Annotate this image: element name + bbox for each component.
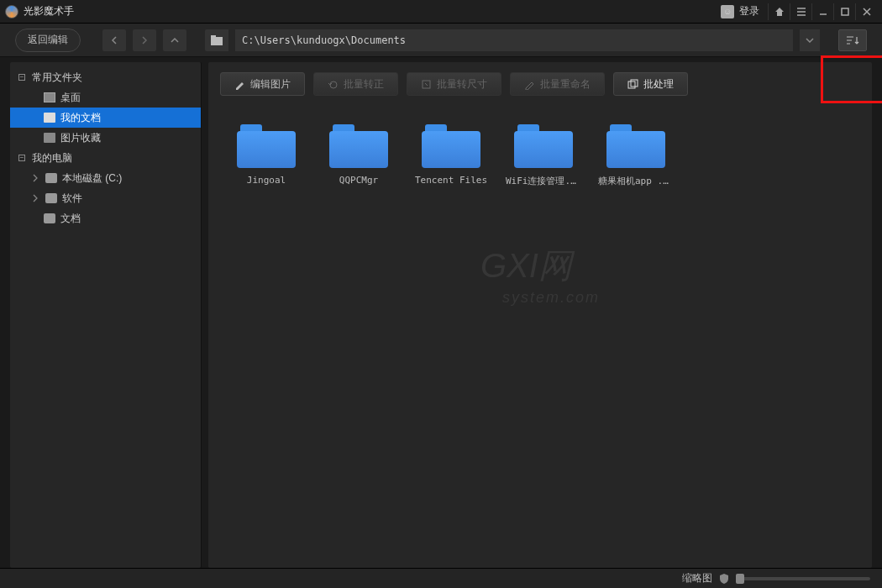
folder-item[interactable]: 糖果相机app ...: [598, 124, 674, 187]
chevron-right-icon: [141, 36, 148, 45]
thumbnail-label: 缩略图: [682, 571, 712, 585]
folder-grid: Jingoal QQPCMgr Tencent Files WiFi连接管理..…: [208, 106, 872, 206]
disk-icon: [44, 213, 55, 223]
sidebar-item-desktop[interactable]: 桌面: [10, 87, 201, 108]
btn-label: 编辑图片: [250, 77, 291, 92]
nav-up-button[interactable]: [163, 29, 186, 51]
app-title: 光影魔术手: [24, 4, 721, 18]
svg-rect-5: [631, 80, 638, 87]
shield-icon: [719, 573, 729, 585]
folder-label: WiFi连接管理...: [506, 175, 581, 187]
path-input[interactable]: [235, 29, 793, 51]
nav-bar: 返回编辑: [0, 24, 882, 57]
sidebar-item-local-disk-c[interactable]: 本地磁盘 (C:): [10, 168, 201, 188]
sidebar-label: 我的电脑: [32, 151, 72, 165]
watermark: GXI网 system.com: [480, 243, 600, 307]
home-button[interactable]: [768, 3, 790, 20]
hamburger-icon: [796, 7, 806, 17]
rename-icon: [524, 79, 535, 90]
folder-icon: [422, 124, 480, 168]
rotate-icon: [328, 79, 339, 90]
folder-item[interactable]: Jingoal: [228, 124, 304, 187]
sidebar-item-software[interactable]: 软件: [10, 188, 201, 208]
batch-resize-button[interactable]: 批量转尺寸: [407, 72, 501, 96]
nav-forward-button[interactable]: [133, 29, 156, 51]
sidebar-item-my-documents[interactable]: 我的文档: [10, 108, 201, 128]
svg-rect-2: [211, 35, 216, 39]
disk-icon: [45, 193, 57, 203]
face-icon: ☺: [721, 5, 734, 18]
sidebar-item-picture-collection[interactable]: 图片收藏: [10, 128, 201, 148]
folder-label: Tencent Files: [415, 175, 487, 186]
folder-label: Jingoal: [247, 175, 286, 186]
slider-thumb[interactable]: [736, 574, 744, 584]
folder-icon: [211, 35, 223, 45]
folder-item[interactable]: QQPCMgr: [321, 124, 396, 187]
watermark-line2: system.com: [502, 289, 600, 307]
close-button[interactable]: [855, 3, 877, 20]
sort-icon: [846, 35, 859, 45]
batch-process-button[interactable]: 批处理: [613, 72, 688, 96]
sidebar-label: 文档: [60, 212, 81, 226]
sidebar-label: 本地磁盘 (C:): [62, 171, 122, 186]
batch-rename-button[interactable]: 批量重命名: [510, 72, 605, 96]
chevron-down-icon: [806, 38, 814, 43]
chevron-right-icon: [32, 194, 39, 202]
sidebar-item-documents-disk[interactable]: 文档: [10, 208, 201, 228]
back-to-edit-button[interactable]: 返回编辑: [15, 29, 81, 52]
folder-icon: [329, 124, 388, 168]
sidebar-label: 常用文件夹: [32, 71, 82, 85]
chevron-left-icon: [111, 36, 118, 45]
status-bar: 缩略图: [0, 568, 882, 588]
content-area: 编辑图片 批量转正 批量转尺寸 批量重命名 批处理 Jingoal: [208, 62, 872, 568]
collapse-icon[interactable]: −: [18, 155, 25, 161]
btn-label: 批量转正: [344, 77, 384, 92]
pencil-icon: [234, 79, 245, 90]
btn-label: 批量重命名: [540, 77, 591, 92]
sidebar-label: 软件: [62, 192, 82, 206]
edit-image-button[interactable]: 编辑图片: [220, 72, 305, 96]
minimize-button[interactable]: [811, 3, 833, 20]
sidebar-item-common-folders[interactable]: − 常用文件夹: [10, 67, 201, 87]
home-icon: [774, 7, 785, 17]
folder-icon: [606, 124, 665, 168]
batch-rotate-button[interactable]: 批量转正: [313, 72, 398, 96]
chevron-right-icon: [32, 174, 39, 182]
maximize-icon: [840, 7, 850, 17]
folder-item[interactable]: WiFi连接管理...: [506, 124, 581, 187]
sidebar-item-my-computer[interactable]: − 我的电脑: [10, 148, 201, 168]
close-icon: [862, 7, 872, 17]
nav-back-button[interactable]: [102, 29, 126, 51]
btn-label: 批处理: [643, 77, 674, 92]
image-icon: [44, 133, 55, 143]
sidebar-label: 我的文档: [60, 111, 101, 125]
maximize-button[interactable]: [833, 3, 855, 20]
thumbnail-size-slider[interactable]: [736, 577, 870, 580]
minimize-icon: [818, 7, 828, 17]
document-icon: [44, 113, 55, 123]
folder-icon: [237, 124, 296, 168]
main-area: − 常用文件夹 桌面 我的文档 图片收藏 − 我的电脑 本地磁盘 (C:) 软件: [0, 57, 882, 568]
folder-item[interactable]: Tencent Files: [413, 124, 489, 187]
disk-icon: [45, 173, 57, 183]
app-logo-icon: [5, 5, 18, 18]
content-toolbar: 编辑图片 批量转正 批量转尺寸 批量重命名 批处理: [208, 62, 872, 106]
title-bar: 光影魔术手 ☺ 登录: [0, 0, 882, 24]
sort-button[interactable]: [838, 29, 867, 51]
chevron-up-icon: [171, 36, 179, 45]
login-button[interactable]: ☺ 登录: [721, 4, 759, 18]
btn-label: 批量转尺寸: [437, 77, 487, 92]
back-label: 返回编辑: [28, 33, 68, 47]
resize-icon: [421, 79, 432, 90]
watermark-line1: GXI网: [480, 243, 600, 289]
folder-label: 糖果相机app ...: [598, 175, 674, 187]
batch-icon: [627, 79, 638, 90]
sidebar-label: 桌面: [60, 91, 81, 105]
path-dropdown-button[interactable]: [800, 29, 820, 51]
settings-button[interactable]: [790, 3, 811, 20]
desktop-icon: [44, 92, 55, 102]
collapse-icon[interactable]: −: [18, 74, 25, 81]
folder-icon: [514, 124, 573, 168]
sidebar-label: 图片收藏: [60, 131, 101, 145]
svg-rect-0: [842, 8, 848, 15]
